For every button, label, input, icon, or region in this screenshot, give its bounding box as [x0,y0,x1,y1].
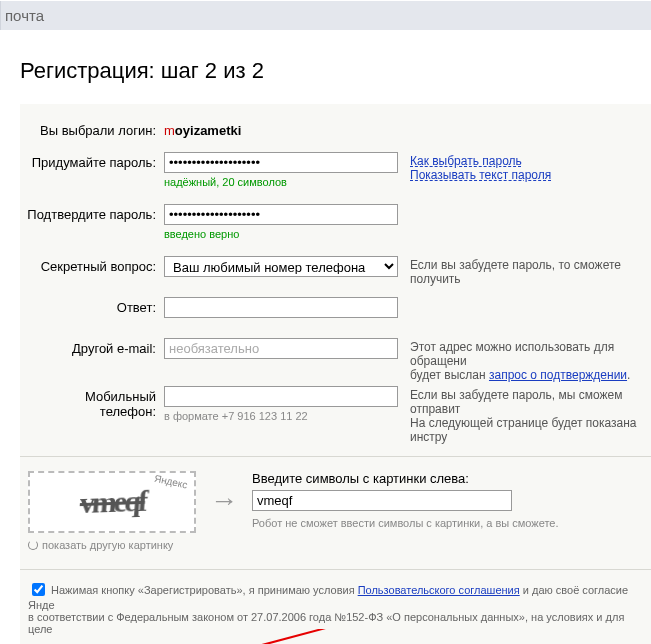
agreement-block: Нажимая кнопку «Зарегистрировать», я при… [20,569,651,635]
captcha-input[interactable] [252,490,512,511]
user-agreement-link[interactable]: Пользовательского соглашения [358,584,520,596]
phone-input[interactable] [164,386,398,407]
login-first-char: m [164,123,175,138]
captcha-brand: Яндекс [154,473,189,491]
agreement-checkbox[interactable] [32,583,45,596]
confirm-input[interactable] [164,204,398,225]
password-input[interactable] [164,152,398,173]
captcha-hint: Робот не сможет ввести символы с картинк… [252,517,643,529]
password-show-link[interactable]: Показывать текст пароля [410,168,551,182]
confirm-label: Подтвердите пароль: [26,204,164,222]
form-area: Вы выбрали логин: moyizametki Придумайте… [20,104,651,644]
row-other-email: Другой e-mail: Этот адрес можно использо… [20,338,651,382]
top-bar: почта [0,1,651,30]
row-secret: Секретный вопрос: Ваш любимый номер теле… [20,256,651,293]
row-confirm: Подтвердите пароль: введено верно [20,204,651,252]
arrow-right-icon: → [196,471,252,517]
content: Регистрация: шаг 2 из 2 Вы выбрали логин… [0,58,651,644]
page-heading: Регистрация: шаг 2 из 2 [20,58,651,84]
password-label: Придумайте пароль: [26,152,164,170]
phone-aside: Если вы забудете пароль, мы сможем отпра… [398,386,648,444]
captcha-img-text: vmeqf [78,484,146,520]
answer-label: Ответ: [26,297,164,315]
confirm-request-link[interactable]: запрос о подтверждении [489,368,627,382]
login-label: Вы выбрали логин: [26,120,164,138]
other-email-input[interactable] [164,338,398,359]
other-email-label: Другой e-mail: [26,338,164,356]
reload-icon [28,540,38,550]
row-login: Вы выбрали логин: moyizametki [20,120,651,138]
confirm-hint: введено верно [164,228,398,240]
secret-aside: Если вы забудете пароль, то сможете полу… [398,256,648,286]
secret-select[interactable]: Ваш любимый номер телефона [164,256,398,277]
row-password: Придумайте пароль: надёжный, 20 символов… [20,152,651,200]
captcha-image: Яндекс vmeqf [28,471,196,533]
other-email-aside: Этот адрес можно использовать для обраще… [398,338,648,382]
login-value: moyizametki [164,120,241,138]
login-rest: oyizametki [175,123,241,138]
phone-label: Мобильный телефон: [26,386,164,419]
captcha-block: Яндекс vmeqf показать другую картинку → … [20,456,651,559]
captcha-reload-link[interactable]: показать другую картинку [28,539,196,551]
captcha-prompt: Введите символы с картинки слева: [252,471,643,486]
password-how-link[interactable]: Как выбрать пароль [410,154,522,168]
answer-input[interactable] [164,297,398,318]
submit-row: Зарегистрировать [20,635,651,644]
password-hint: надёжный, 20 символов [164,176,398,188]
topbar-title: почта [5,7,44,24]
phone-hint: в формате +7 916 123 11 22 [164,410,398,422]
row-phone: Мобильный телефон: в формате +7 916 123 … [20,386,651,444]
secret-label: Секретный вопрос: [26,256,164,274]
row-answer: Ответ: [20,297,651,334]
